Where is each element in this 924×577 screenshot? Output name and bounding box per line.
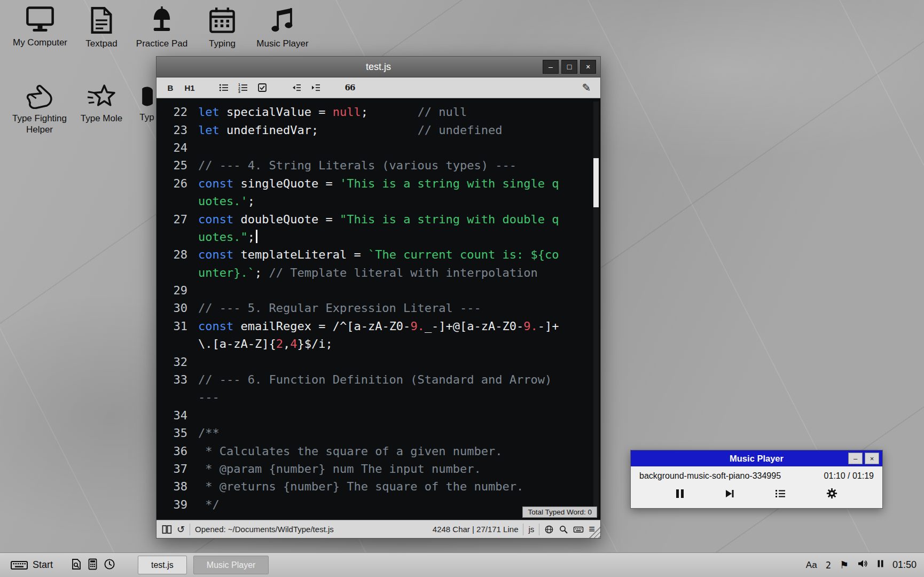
desktop-icon-practice-pad[interactable]: Practice Pad [132, 6, 191, 49]
code-row: 33// --- 6. Function Definition (Standar… [164, 371, 600, 388]
close-button[interactable]: × [865, 453, 879, 464]
line-number: 27 [164, 213, 187, 226]
text-size-indicator[interactable]: Aa [806, 560, 817, 571]
line-number: 36 [164, 445, 187, 458]
desktop-icon-type-fighting-helper[interactable]: Type Fighting Helper [4, 84, 75, 136]
web-button[interactable] [544, 525, 554, 534]
outdent-button[interactable] [290, 81, 303, 95]
history-button[interactable]: ↺ [177, 524, 185, 535]
code-text: \.[a-zA-Z]{2,4}$/i; [198, 337, 333, 350]
editor-window: test.js – □ × B H1 1 2 3 [156, 56, 601, 539]
code-row: 25// --- 4. String Literals (various typ… [164, 157, 600, 174]
flag-icon[interactable]: ⚑ [840, 559, 849, 571]
svg-text:3: 3 [238, 90, 240, 93]
indent-icon [310, 82, 321, 93]
pencil-icon: ✎ [582, 81, 591, 94]
next-track-button[interactable] [724, 488, 735, 499]
music-player-titlebar[interactable]: Music Player – × [631, 450, 882, 466]
desktop-icon-typing[interactable]: Typing [193, 6, 252, 49]
desktop-icon-label: Practice Pad [136, 38, 187, 49]
desktop-icon-textpad[interactable]: Textpad [72, 6, 131, 49]
code-row: 29 [164, 282, 600, 299]
code-text: const emailRegex = /^[a-zA-Z0-9._-]+@[a-… [198, 319, 559, 333]
typed-word-badge: Total Typed Word: 0 [522, 506, 597, 518]
code-row: 34 [164, 407, 600, 424]
checkbox-icon [257, 82, 268, 93]
code-row: unter}.`; // Template literal with inter… [164, 264, 600, 282]
monitor-icon [26, 6, 54, 33]
checklist-button[interactable] [256, 81, 269, 95]
quote-button[interactable]: 66 [343, 81, 356, 95]
history-icon: ↺ [177, 524, 185, 535]
playlist-icon [774, 488, 786, 499]
keyboard-button[interactable] [573, 525, 584, 534]
pause-button[interactable] [675, 488, 685, 499]
indent-button[interactable] [309, 81, 322, 95]
volume-button[interactable] [857, 559, 868, 571]
code-lines: 22let specialValue = null; // null23let … [164, 103, 600, 513]
code-row: --- [164, 388, 600, 406]
bold-button[interactable]: B [164, 81, 177, 95]
minimize-button[interactable]: – [543, 60, 559, 74]
language-indicator: js [528, 525, 534, 534]
code-row: 23let undefinedVar; // undefined [164, 121, 600, 138]
clock-button[interactable] [104, 558, 115, 572]
code-text: // --- 6. Function Definition (Standard … [198, 373, 552, 386]
taskbar-task-music-player[interactable]: Music Player [193, 556, 269, 574]
music-player-window-controls: – × [848, 453, 882, 464]
desktop-icon-label: Type Mole [81, 113, 122, 124]
numbered-list-icon: 1 2 3 [238, 82, 248, 93]
playlist-button[interactable] [774, 488, 786, 499]
desktop-icon-music-player[interactable]: Music Player [253, 6, 312, 49]
minimize-button[interactable]: – [848, 453, 863, 464]
keyboard-icon [573, 525, 584, 534]
track-name: background-music-soft-piano-334995 [639, 471, 781, 481]
code-text: uotes.'; [198, 194, 255, 208]
gear-icon [826, 487, 838, 500]
pause-icon [675, 488, 685, 499]
heading1-button[interactable]: H1 [183, 81, 196, 95]
code-row: 37 * @param {number} num The input numbe… [164, 460, 600, 478]
track-time: 01:10 / 01:19 [824, 471, 874, 481]
line-number: 24 [164, 141, 187, 154]
calendar-icon [208, 6, 236, 34]
editor-scrollbar-thumb[interactable] [593, 158, 599, 207]
code-row: uotes."; [164, 228, 600, 246]
code-text: let undefinedVar; // undefined [198, 123, 503, 137]
code-editor[interactable]: 22let specialValue = null; // null23let … [156, 98, 600, 520]
count-indicator[interactable]: 2 [826, 560, 831, 571]
desktop-icon-type-mole[interactable]: Type Mole [72, 84, 131, 124]
lamp-icon [148, 6, 176, 34]
tray-pause-button[interactable] [877, 559, 884, 571]
line-number: 32 [164, 355, 187, 369]
bullet-list-button[interactable] [217, 81, 230, 95]
numbered-list-button[interactable]: 1 2 3 [237, 81, 249, 95]
taskbar-task-testjs[interactable]: test.js [138, 556, 187, 574]
edit-mode-button[interactable]: ✎ [580, 81, 593, 95]
file-search-button[interactable] [71, 558, 82, 572]
editor-titlebar[interactable]: test.js – □ × [156, 57, 600, 77]
code-text: /** [198, 426, 220, 440]
close-button[interactable]: × [580, 60, 596, 74]
opened-file-path: Opened: ~/Documents/WildType/test.js [195, 525, 334, 534]
line-number: 23 [164, 123, 187, 137]
partial-app-icon [138, 84, 156, 108]
line-number: 25 [164, 159, 187, 172]
file-search-icon [71, 558, 82, 570]
desktop-icon-my-computer[interactable]: My Computer [11, 6, 69, 48]
music-player-window: Music Player – × background-music-soft-p… [630, 450, 883, 509]
task-label: Music Player [207, 560, 256, 570]
code-row: 27const doubleQuote = "This is a string … [164, 210, 600, 228]
text-caret [256, 230, 257, 243]
calculator-icon [88, 558, 97, 570]
char-line-stats: 4248 Char | 27/171 Line [433, 525, 519, 534]
split-view-button[interactable] [162, 525, 172, 534]
maximize-button[interactable]: □ [561, 60, 577, 74]
code-row: 36 * Calculates the square of a given nu… [164, 442, 600, 459]
calculator-button[interactable] [88, 558, 97, 572]
settings-button[interactable] [826, 487, 838, 500]
search-button[interactable] [559, 525, 568, 534]
line-number: 22 [164, 105, 187, 119]
start-button[interactable]: Start [7, 558, 56, 572]
code-row: 32 [164, 353, 600, 370]
